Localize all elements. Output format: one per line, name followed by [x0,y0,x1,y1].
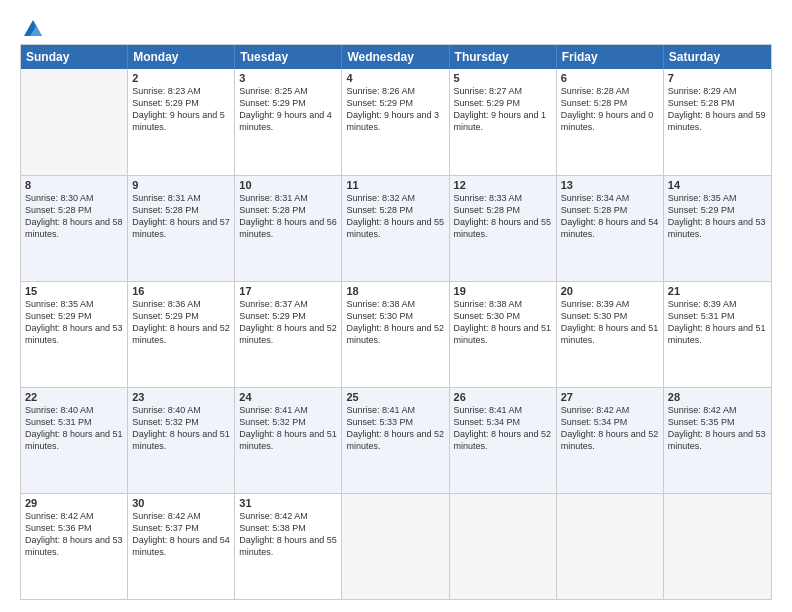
sunrise-text: Sunrise: 8:35 AM [668,192,767,204]
day-number: 24 [239,391,337,403]
daylight-text: Daylight: 8 hours and 51 minutes. [561,322,659,346]
day-number: 21 [668,285,767,297]
cal-cell: 18Sunrise: 8:38 AMSunset: 5:30 PMDayligh… [342,282,449,387]
sunset-text: Sunset: 5:29 PM [132,310,230,322]
daylight-text: Daylight: 8 hours and 52 minutes. [132,322,230,346]
header-day-friday: Friday [557,45,664,69]
cal-cell: 30Sunrise: 8:42 AMSunset: 5:37 PMDayligh… [128,494,235,599]
calendar-body: 2Sunrise: 8:23 AMSunset: 5:29 PMDaylight… [21,69,771,599]
header-day-wednesday: Wednesday [342,45,449,69]
sunset-text: Sunset: 5:29 PM [239,97,337,109]
sunset-text: Sunset: 5:32 PM [239,416,337,428]
sunset-text: Sunset: 5:38 PM [239,522,337,534]
cal-cell: 3Sunrise: 8:25 AMSunset: 5:29 PMDaylight… [235,69,342,175]
sunset-text: Sunset: 5:29 PM [25,310,123,322]
sunrise-text: Sunrise: 8:31 AM [239,192,337,204]
day-number: 27 [561,391,659,403]
sunrise-text: Sunrise: 8:33 AM [454,192,552,204]
sunrise-text: Sunrise: 8:25 AM [239,85,337,97]
sunset-text: Sunset: 5:28 PM [132,204,230,216]
sunrise-text: Sunrise: 8:23 AM [132,85,230,97]
sunset-text: Sunset: 5:29 PM [454,97,552,109]
day-number: 28 [668,391,767,403]
header-day-thursday: Thursday [450,45,557,69]
cal-cell: 12Sunrise: 8:33 AMSunset: 5:28 PMDayligh… [450,176,557,281]
sunrise-text: Sunrise: 8:38 AM [454,298,552,310]
day-number: 18 [346,285,444,297]
sunset-text: Sunset: 5:28 PM [454,204,552,216]
sunset-text: Sunset: 5:30 PM [561,310,659,322]
day-number: 22 [25,391,123,403]
sunrise-text: Sunrise: 8:30 AM [25,192,123,204]
day-number: 31 [239,497,337,509]
sunset-text: Sunset: 5:28 PM [668,97,767,109]
cal-cell: 6Sunrise: 8:28 AMSunset: 5:28 PMDaylight… [557,69,664,175]
sunrise-text: Sunrise: 8:40 AM [132,404,230,416]
day-number: 10 [239,179,337,191]
cal-cell [557,494,664,599]
sunrise-text: Sunrise: 8:41 AM [346,404,444,416]
cal-cell: 14Sunrise: 8:35 AMSunset: 5:29 PMDayligh… [664,176,771,281]
daylight-text: Daylight: 8 hours and 51 minutes. [25,428,123,452]
cal-cell: 25Sunrise: 8:41 AMSunset: 5:33 PMDayligh… [342,388,449,493]
logo [20,18,44,34]
sunrise-text: Sunrise: 8:31 AM [132,192,230,204]
daylight-text: Daylight: 9 hours and 5 minutes. [132,109,230,133]
sunset-text: Sunset: 5:34 PM [454,416,552,428]
cal-cell: 16Sunrise: 8:36 AMSunset: 5:29 PMDayligh… [128,282,235,387]
cal-cell: 29Sunrise: 8:42 AMSunset: 5:36 PMDayligh… [21,494,128,599]
daylight-text: Daylight: 8 hours and 53 minutes. [668,216,767,240]
sunrise-text: Sunrise: 8:42 AM [239,510,337,522]
sunset-text: Sunset: 5:29 PM [668,204,767,216]
day-number: 23 [132,391,230,403]
cal-cell: 10Sunrise: 8:31 AMSunset: 5:28 PMDayligh… [235,176,342,281]
sunset-text: Sunset: 5:28 PM [346,204,444,216]
cal-cell: 5Sunrise: 8:27 AMSunset: 5:29 PMDaylight… [450,69,557,175]
week-row-2: 8Sunrise: 8:30 AMSunset: 5:28 PMDaylight… [21,175,771,281]
cal-cell: 2Sunrise: 8:23 AMSunset: 5:29 PMDaylight… [128,69,235,175]
sunrise-text: Sunrise: 8:32 AM [346,192,444,204]
sunset-text: Sunset: 5:37 PM [132,522,230,534]
day-number: 19 [454,285,552,297]
sunset-text: Sunset: 5:28 PM [239,204,337,216]
daylight-text: Daylight: 8 hours and 53 minutes. [668,428,767,452]
calendar-header: SundayMondayTuesdayWednesdayThursdayFrid… [21,45,771,69]
cal-cell: 9Sunrise: 8:31 AMSunset: 5:28 PMDaylight… [128,176,235,281]
cal-cell: 15Sunrise: 8:35 AMSunset: 5:29 PMDayligh… [21,282,128,387]
cal-cell [21,69,128,175]
day-number: 30 [132,497,230,509]
sunrise-text: Sunrise: 8:39 AM [561,298,659,310]
week-row-3: 15Sunrise: 8:35 AMSunset: 5:29 PMDayligh… [21,281,771,387]
cal-cell: 23Sunrise: 8:40 AMSunset: 5:32 PMDayligh… [128,388,235,493]
header-day-sunday: Sunday [21,45,128,69]
sunset-text: Sunset: 5:31 PM [25,416,123,428]
daylight-text: Daylight: 8 hours and 52 minutes. [346,322,444,346]
cal-cell: 22Sunrise: 8:40 AMSunset: 5:31 PMDayligh… [21,388,128,493]
day-number: 13 [561,179,659,191]
cal-cell [342,494,449,599]
sunset-text: Sunset: 5:28 PM [561,97,659,109]
header-day-tuesday: Tuesday [235,45,342,69]
sunset-text: Sunset: 5:31 PM [668,310,767,322]
sunrise-text: Sunrise: 8:36 AM [132,298,230,310]
cal-cell: 26Sunrise: 8:41 AMSunset: 5:34 PMDayligh… [450,388,557,493]
sunset-text: Sunset: 5:28 PM [25,204,123,216]
logo-icon [22,18,44,40]
day-number: 15 [25,285,123,297]
sunrise-text: Sunrise: 8:26 AM [346,85,444,97]
day-number: 16 [132,285,230,297]
sunset-text: Sunset: 5:32 PM [132,416,230,428]
day-number: 2 [132,72,230,84]
daylight-text: Daylight: 8 hours and 55 minutes. [454,216,552,240]
week-row-5: 29Sunrise: 8:42 AMSunset: 5:36 PMDayligh… [21,493,771,599]
sunset-text: Sunset: 5:36 PM [25,522,123,534]
daylight-text: Daylight: 8 hours and 52 minutes. [454,428,552,452]
sunrise-text: Sunrise: 8:39 AM [668,298,767,310]
day-number: 3 [239,72,337,84]
sunset-text: Sunset: 5:33 PM [346,416,444,428]
calendar: SundayMondayTuesdayWednesdayThursdayFrid… [20,44,772,600]
sunset-text: Sunset: 5:29 PM [239,310,337,322]
daylight-text: Daylight: 8 hours and 52 minutes. [346,428,444,452]
sunset-text: Sunset: 5:35 PM [668,416,767,428]
cal-cell: 19Sunrise: 8:38 AMSunset: 5:30 PMDayligh… [450,282,557,387]
